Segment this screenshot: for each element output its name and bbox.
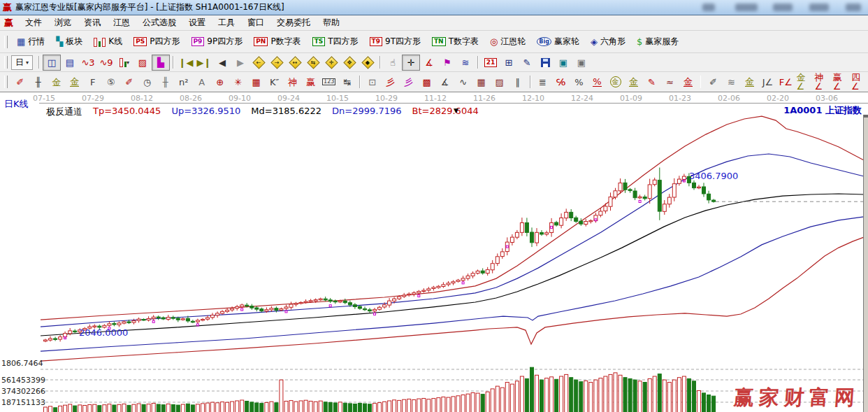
brush-2-button[interactable]: ✐	[704, 74, 722, 90]
ruler-123-button[interactable]: 123	[320, 74, 338, 90]
calendar-button[interactable]: 21	[482, 55, 500, 71]
frame-tool-button[interactable]: ⊡	[363, 74, 382, 90]
compress-9-button[interactable]: ∿9	[97, 55, 115, 71]
chevron-down-icon[interactable]: ▼	[454, 107, 458, 114]
gann-flag-button[interactable]: ⚑	[438, 55, 456, 71]
zoom-all-button[interactable]: ✛	[322, 55, 340, 71]
gold-under-button[interactable]: 金	[740, 74, 758, 90]
menu-item-trade[interactable]: 交易委托	[270, 15, 317, 30]
f-angle-button[interactable]: F∠	[776, 74, 795, 90]
volume-histogram-button[interactable]: ▙	[152, 55, 170, 71]
menu-item-file[interactable]: 文件	[19, 15, 48, 30]
9p-square-button[interactable]: P99P四方形	[186, 33, 249, 50]
info-list-button[interactable]: ▤	[61, 55, 79, 71]
percent-check-button[interactable]: ℅	[552, 74, 570, 90]
star-rays-button[interactable]: ✳	[229, 74, 247, 90]
sectors-button[interactable]: ▚板块	[50, 33, 88, 50]
winner-service-button[interactable]: $赢家服务	[631, 33, 684, 50]
kline-button[interactable]: K线	[88, 33, 128, 50]
shift-right-button[interactable]: →	[268, 55, 286, 71]
menu-item-tools[interactable]: 工具	[212, 15, 241, 30]
ying-button[interactable]: 赢	[302, 74, 320, 90]
hand-drag-button[interactable]: ☝	[384, 55, 402, 71]
j-angle-button[interactable]: J∠	[758, 74, 776, 90]
spiral-5-button[interactable]: ⑤	[102, 74, 120, 90]
t-number-table-button[interactable]: TNT数字表	[426, 33, 484, 50]
wave-line-button[interactable]: ≈	[661, 74, 679, 90]
percent-line-button[interactable]: %	[588, 74, 607, 90]
save-button[interactable]	[536, 55, 554, 71]
right-scroll-strip[interactable]	[863, 115, 868, 412]
formula-manager-button[interactable]: ▨	[133, 55, 152, 71]
zigzag-button[interactable]: ∿	[454, 74, 472, 90]
expand-horizontal-button[interactable]: ↔	[286, 55, 304, 71]
winner-wheel-button[interactable]: Big赢家轮	[531, 33, 585, 50]
percent-button[interactable]: %	[570, 74, 588, 90]
prev-page-button[interactable]: ◀	[213, 55, 231, 71]
quotes-button[interactable]: ▦行情	[11, 33, 50, 50]
shen-angle-button[interactable]: 神∠	[813, 74, 832, 90]
menu-item-gann[interactable]: 江恩	[107, 15, 136, 30]
ying-angle-button[interactable]: 赢∠	[832, 74, 850, 90]
grid-plain-button[interactable]: ▦	[472, 74, 491, 90]
fan-red-button[interactable]: 彡	[382, 74, 400, 90]
crosshair-button[interactable]: ✛	[402, 55, 420, 71]
menu-item-formula-picker[interactable]: 公式选股	[136, 15, 182, 30]
shen-button[interactable]: 神	[284, 74, 302, 90]
t-square-button[interactable]: TST四方形	[307, 33, 364, 50]
expand-all-button[interactable]: ✥	[340, 55, 359, 71]
chart-canvas[interactable]	[0, 92, 868, 412]
9t-square-button[interactable]: T99T四方形	[364, 33, 426, 50]
grid-target-button[interactable]: ▦	[247, 74, 266, 90]
clock-button[interactable]: ◷	[138, 74, 157, 90]
gold-line-button[interactable]: 金	[625, 74, 643, 90]
fan-purple-button[interactable]: 彡	[400, 74, 418, 90]
compress-horizontal-button[interactable]: ⇆	[304, 55, 322, 71]
next-page-button[interactable]: ▶	[231, 55, 249, 71]
gold-circle-button[interactable]: 金	[607, 74, 625, 90]
k-quote-button[interactable]: K″	[266, 74, 284, 90]
tick-ruler-2-button[interactable]: ╫	[157, 74, 175, 90]
gold-ruler-1-button[interactable]: 金	[48, 74, 66, 90]
compress-3-button[interactable]: ∿3	[79, 55, 97, 71]
reset-view-button[interactable]: ◆	[359, 55, 377, 71]
menu-item-settings[interactable]: 设置	[182, 15, 212, 30]
candle-style-selector-button[interactable]: ▾	[115, 55, 133, 71]
calculator-button[interactable]: ⊞	[500, 55, 518, 71]
brush-button[interactable]: ✐	[11, 74, 29, 90]
parallel-lines-button[interactable]: ∥	[509, 74, 527, 90]
menu-item-window[interactable]: 窗口	[241, 15, 270, 30]
zoom-window-button[interactable]: ◫	[43, 55, 61, 71]
angle-measure-button[interactable]: ∡	[420, 55, 438, 71]
wave-brain-button[interactable]: ≋	[456, 55, 475, 71]
remote-pc-button[interactable]: ▣	[572, 55, 591, 71]
period-selector[interactable]: 日▾	[11, 55, 33, 70]
circle-cross-button[interactable]: ⊕	[211, 74, 229, 90]
network-button[interactable]: ▣	[554, 55, 572, 71]
angle-set-button[interactable]: ∡	[436, 74, 454, 90]
shift-left-button[interactable]: ←	[249, 55, 268, 71]
grid-arrow-button[interactable]: ▨	[491, 74, 509, 90]
p-square-button[interactable]: PSP四方形	[128, 33, 185, 50]
gold-ruler-2-button[interactable]: 金	[66, 74, 84, 90]
tick-ruler-button[interactable]: ╫	[29, 74, 48, 90]
menu-item-news[interactable]: 资讯	[78, 15, 107, 30]
a-channel-button[interactable]: A	[193, 74, 211, 90]
marker-pen-button[interactable]: ✐	[120, 74, 138, 90]
levels-button[interactable]: ≣	[534, 74, 552, 90]
menu-item-browse[interactable]: 浏览	[48, 15, 78, 30]
n-squared-button[interactable]: n²	[175, 74, 193, 90]
gann-wheel-button[interactable]: ◎江恩轮	[484, 33, 531, 50]
p-number-table-button[interactable]: PNP数字表	[248, 33, 306, 50]
pen-updown-button[interactable]: ✎	[643, 74, 661, 90]
f-ruler-button[interactable]: F	[84, 74, 102, 90]
gold-angle-button[interactable]: 金∠	[795, 74, 813, 90]
first-page-button[interactable]: ❙◀	[177, 55, 195, 71]
width-measure-button[interactable]: ↹	[338, 74, 356, 90]
hexagon-button[interactable]: ◈六角形	[585, 33, 631, 50]
si-angle-button[interactable]: 四∠	[850, 74, 868, 90]
grid-shade-button[interactable]: ▩	[418, 74, 436, 90]
last-page-button[interactable]: ▶❙	[195, 55, 213, 71]
wave-zhi-button[interactable]: ≋	[722, 74, 740, 90]
gold-red-button[interactable]: 金	[679, 74, 697, 90]
